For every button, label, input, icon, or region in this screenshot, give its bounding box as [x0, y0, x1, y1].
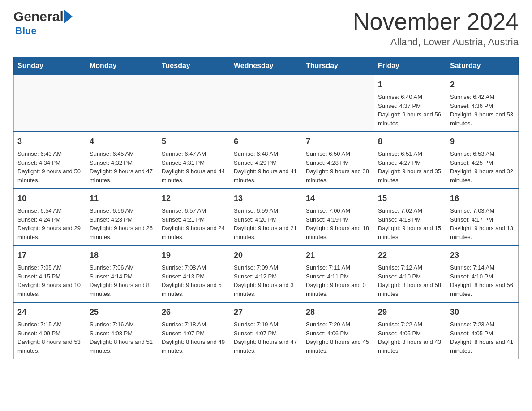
calendar-cell: [86, 75, 158, 132]
day-info-line: Sunset: 4:10 PM: [450, 272, 515, 281]
day-number: 7: [306, 136, 370, 148]
day-number: 8: [378, 136, 442, 148]
month-title: November 2024: [353, 9, 519, 34]
day-info-line: Sunrise: 7:02 AM: [378, 206, 442, 215]
day-info-line: Sunset: 4:13 PM: [162, 272, 226, 281]
calendar-cell: 8Sunrise: 6:51 AMSunset: 4:27 PMDaylight…: [374, 132, 446, 188]
calendar-cell: 15Sunrise: 7:02 AMSunset: 4:18 PMDayligh…: [374, 188, 446, 245]
day-info-line: Daylight: 9 hours and 50 minutes.: [17, 167, 82, 184]
day-info-line: Daylight: 9 hours and 10 minutes.: [17, 281, 82, 298]
day-number: 14: [306, 193, 370, 205]
day-number: 25: [90, 306, 154, 318]
day-info-line: Sunset: 4:23 PM: [90, 215, 154, 224]
day-info-line: Daylight: 8 hours and 51 minutes.: [90, 338, 154, 355]
day-info-line: Daylight: 8 hours and 53 minutes.: [17, 338, 82, 355]
day-info-line: Sunset: 4:25 PM: [450, 158, 515, 167]
day-info-line: Daylight: 9 hours and 41 minutes.: [234, 167, 298, 184]
weekday-header-sunday: Sunday: [14, 57, 86, 75]
day-number: 18: [90, 249, 154, 261]
day-number: 4: [90, 136, 154, 148]
logo: General Blue: [13, 9, 73, 37]
calendar-cell: 18Sunrise: 7:06 AMSunset: 4:14 PMDayligh…: [86, 245, 158, 302]
calendar-cell: 22Sunrise: 7:12 AMSunset: 4:10 PMDayligh…: [374, 245, 446, 302]
weekday-header-wednesday: Wednesday: [230, 57, 302, 75]
weekday-header-monday: Monday: [86, 57, 158, 75]
day-number: 5: [162, 136, 226, 148]
day-info-line: Sunrise: 6:42 AM: [450, 93, 515, 102]
day-number: 27: [234, 306, 298, 318]
day-info-line: Daylight: 9 hours and 24 minutes.: [162, 224, 226, 241]
day-number: 28: [306, 306, 370, 318]
calendar-cell: 26Sunrise: 7:18 AMSunset: 4:07 PMDayligh…: [158, 302, 230, 359]
calendar-cell: 24Sunrise: 7:15 AMSunset: 4:09 PMDayligh…: [14, 302, 86, 359]
day-info-line: Sunrise: 7:12 AM: [378, 263, 442, 272]
day-info-line: Sunrise: 6:50 AM: [306, 150, 370, 158]
day-number: 6: [234, 136, 298, 148]
calendar-cell: 19Sunrise: 7:08 AMSunset: 4:13 PMDayligh…: [158, 245, 230, 302]
calendar-week-row: 24Sunrise: 7:15 AMSunset: 4:09 PMDayligh…: [14, 302, 519, 359]
day-info-line: Daylight: 8 hours and 56 minutes.: [450, 281, 515, 298]
day-number: 26: [162, 306, 226, 318]
day-info-line: Sunrise: 7:11 AM: [306, 263, 370, 272]
day-info-line: Daylight: 9 hours and 56 minutes.: [378, 110, 442, 128]
day-info-line: Sunset: 4:27 PM: [378, 158, 442, 167]
day-info-line: Sunrise: 6:45 AM: [90, 150, 154, 158]
day-info-line: Sunset: 4:37 PM: [378, 102, 442, 111]
day-info-line: Daylight: 8 hours and 45 minutes.: [306, 338, 370, 355]
calendar-cell: 23Sunrise: 7:14 AMSunset: 4:10 PMDayligh…: [446, 245, 519, 302]
day-info-line: Sunset: 4:10 PM: [378, 272, 442, 281]
day-info-line: Sunrise: 7:05 AM: [17, 263, 82, 272]
day-number: 30: [450, 306, 515, 318]
day-info-line: Sunset: 4:11 PM: [306, 272, 370, 281]
day-info-line: Sunset: 4:09 PM: [17, 329, 82, 338]
day-number: 20: [234, 249, 298, 261]
day-info-line: Sunset: 4:29 PM: [234, 158, 298, 167]
day-info-line: Daylight: 9 hours and 15 minutes.: [378, 224, 442, 241]
calendar-cell: 16Sunrise: 7:03 AMSunset: 4:17 PMDayligh…: [446, 188, 519, 245]
day-number: 2: [450, 79, 515, 91]
day-info-line: Sunrise: 6:57 AM: [162, 206, 226, 215]
calendar-cell: 4Sunrise: 6:45 AMSunset: 4:32 PMDaylight…: [86, 132, 158, 188]
day-info-line: Daylight: 9 hours and 13 minutes.: [450, 224, 515, 241]
calendar-cell: 20Sunrise: 7:09 AMSunset: 4:12 PMDayligh…: [230, 245, 302, 302]
day-info-line: Sunrise: 7:15 AM: [17, 320, 82, 329]
day-info-line: Sunset: 4:17 PM: [450, 215, 515, 224]
day-number: 22: [378, 249, 442, 261]
day-info-line: Daylight: 9 hours and 35 minutes.: [378, 167, 442, 184]
weekday-header-tuesday: Tuesday: [158, 57, 230, 75]
weekday-header-saturday: Saturday: [446, 57, 519, 75]
day-info-line: Daylight: 9 hours and 47 minutes.: [90, 167, 154, 184]
day-info-line: Sunset: 4:20 PM: [234, 215, 298, 224]
day-info-line: Sunrise: 7:03 AM: [450, 206, 515, 215]
day-info-line: Daylight: 8 hours and 43 minutes.: [378, 338, 442, 355]
day-info-line: Sunset: 4:12 PM: [234, 272, 298, 281]
day-number: 24: [17, 306, 82, 318]
calendar-cell: 3Sunrise: 6:43 AMSunset: 4:34 PMDaylight…: [14, 132, 86, 188]
page-header: General Blue November 2024 Alland, Lower…: [13, 9, 519, 48]
day-number: 16: [450, 193, 515, 205]
calendar-cell: 9Sunrise: 6:53 AMSunset: 4:25 PMDaylight…: [446, 132, 519, 188]
day-info-line: Sunrise: 7:18 AM: [162, 320, 226, 329]
day-info-line: Daylight: 8 hours and 49 minutes.: [162, 338, 226, 355]
day-info-line: Sunrise: 6:51 AM: [378, 150, 442, 158]
day-info-line: Sunset: 4:24 PM: [17, 215, 82, 224]
day-info-line: Sunrise: 7:16 AM: [90, 320, 154, 329]
day-number: 29: [378, 306, 442, 318]
calendar-week-row: 3Sunrise: 6:43 AMSunset: 4:34 PMDaylight…: [14, 132, 519, 188]
calendar-cell: [230, 75, 302, 132]
day-info-line: Sunrise: 6:54 AM: [17, 206, 82, 215]
day-number: 10: [17, 193, 82, 205]
day-info-line: Sunset: 4:06 PM: [306, 329, 370, 338]
day-info-line: Daylight: 9 hours and 5 minutes.: [162, 281, 226, 298]
day-info-line: Sunset: 4:34 PM: [17, 158, 82, 167]
calendar-cell: 11Sunrise: 6:56 AMSunset: 4:23 PMDayligh…: [86, 188, 158, 245]
day-info-line: Daylight: 9 hours and 0 minutes.: [306, 281, 370, 298]
day-info-line: Daylight: 9 hours and 18 minutes.: [306, 224, 370, 241]
weekday-header-friday: Friday: [374, 57, 446, 75]
day-number: 13: [234, 193, 298, 205]
day-info-line: Sunset: 4:19 PM: [306, 215, 370, 224]
day-number: 9: [450, 136, 515, 148]
location-subtitle: Alland, Lower Austria, Austria: [353, 36, 519, 48]
calendar-week-row: 10Sunrise: 6:54 AMSunset: 4:24 PMDayligh…: [14, 188, 519, 245]
day-info-line: Sunset: 4:08 PM: [90, 329, 154, 338]
